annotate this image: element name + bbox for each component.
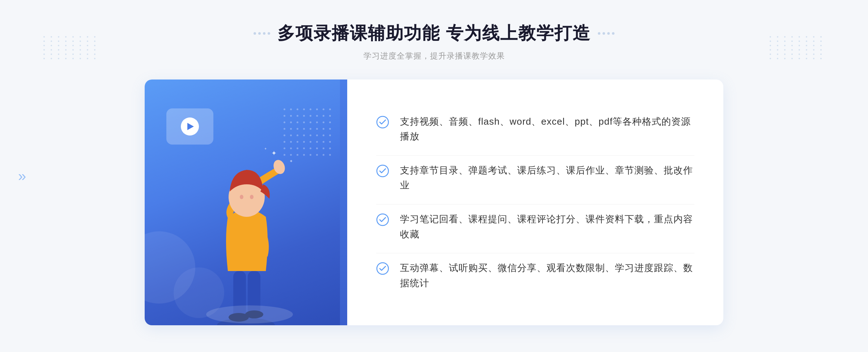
play-button-icon — [181, 117, 199, 136]
svg-point-13 — [377, 116, 388, 128]
feature-text-4: 互动弹幕、试听购买、微信分享、观看次数限制、学习进度跟踪、数据统计 — [400, 261, 694, 291]
play-triangle — [187, 123, 194, 130]
decorative-dots-top-left: (function(){ var d = document.currentScr… — [43, 36, 98, 59]
header-title-row: 多项录播课辅助功能 专为线上教学打造 — [254, 22, 614, 45]
svg-point-15 — [377, 214, 388, 226]
svg-point-7 — [240, 195, 243, 199]
feature-item-2: 支持章节目录、弹题考试、课后练习、课后作业、章节测验、批改作业 — [376, 155, 694, 200]
content-card: (function(){ var d = document.currentScr… — [145, 80, 723, 325]
page-wrapper: (function(){ var d = document.currentScr… — [0, 0, 868, 352]
check-icon-2 — [376, 164, 389, 177]
features-area: 支持视频、音频、flash、word、excel、ppt、pdf等各种格式的资源… — [347, 80, 723, 325]
decorative-dots-top-right: (function(){ var d = document.currentScr… — [770, 36, 825, 59]
svg-text:✦: ✦ — [289, 159, 293, 164]
svg-point-9 — [206, 305, 293, 323]
check-icon-3 — [376, 213, 389, 226]
feature-item-3: 学习笔记回看、课程提问、课程评论打分、课件资料下载，重点内容收藏 — [376, 204, 694, 249]
person-illustration: ✦ ✦ ✦ — [177, 137, 315, 325]
svg-point-14 — [377, 165, 388, 177]
left-arrow-decoration: » — [18, 168, 26, 184]
check-icon-4 — [376, 262, 389, 275]
feature-item-4: 互动弹幕、试听购买、微信分享、观看次数限制、学习进度跟踪、数据统计 — [376, 253, 694, 298]
check-icon-1 — [376, 116, 389, 129]
main-title: 多项录播课辅助功能 专为线上教学打造 — [277, 22, 590, 45]
title-dots-left — [254, 32, 270, 35]
feature-text-2: 支持章节目录、弹题考试、课后练习、课后作业、章节测验、批改作业 — [400, 163, 694, 193]
svg-text:✦: ✦ — [264, 147, 267, 151]
sub-title: 学习进度全掌握，提升录播课教学效果 — [254, 51, 614, 61]
feature-text-3: 学习笔记回看、课程提问、课程评论打分、课件资料下载，重点内容收藏 — [400, 212, 694, 242]
svg-text:✦: ✦ — [271, 150, 277, 157]
svg-point-8 — [250, 195, 254, 199]
feature-text-1: 支持视频、音频、flash、word、excel、ppt、pdf等各种格式的资源… — [400, 114, 694, 144]
stripe-bar — [340, 80, 347, 325]
illustration-area: (function(){ var d = document.currentScr… — [145, 80, 347, 325]
header-section: 多项录播课辅助功能 专为线上教学打造 学习进度全掌握，提升录播课教学效果 — [254, 22, 614, 61]
title-dots-right — [598, 32, 614, 35]
svg-point-16 — [377, 263, 388, 274]
feature-item-1: 支持视频、音频、flash、word、excel、ppt、pdf等各种格式的资源… — [376, 107, 694, 151]
